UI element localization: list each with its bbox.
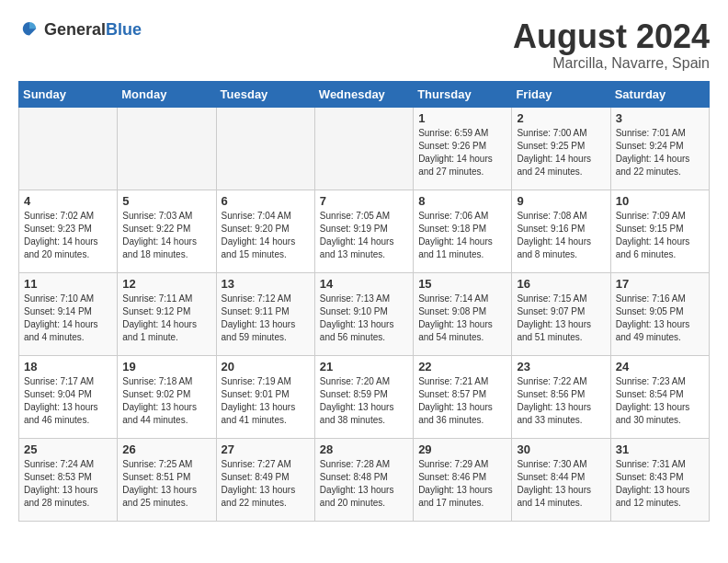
logo-text-blue: Blue	[106, 20, 142, 39]
day-info: Sunrise: 7:08 AM Sunset: 9:16 PM Dayligh…	[517, 210, 605, 261]
day-info: Sunrise: 7:31 AM Sunset: 8:43 PM Dayligh…	[616, 458, 704, 510]
calendar-cell: 6Sunrise: 7:04 AM Sunset: 9:20 PM Daylig…	[216, 190, 314, 272]
day-number: 4	[24, 194, 112, 208]
column-header-sunday: Sunday	[19, 81, 118, 107]
day-number: 3	[616, 111, 704, 125]
day-info: Sunrise: 7:18 AM Sunset: 9:02 PM Dayligh…	[122, 375, 210, 427]
day-info: Sunrise: 7:22 AM Sunset: 8:56 PM Dayligh…	[517, 375, 605, 427]
column-header-monday: Monday	[118, 81, 216, 107]
calendar-cell: 11Sunrise: 7:10 AM Sunset: 9:14 PM Dayli…	[19, 272, 118, 355]
calendar-week-row: 11Sunrise: 7:10 AM Sunset: 9:14 PM Dayli…	[19, 272, 710, 355]
day-number: 12	[122, 277, 210, 291]
day-number: 28	[320, 442, 408, 456]
column-header-tuesday: Tuesday	[216, 81, 314, 107]
calendar-cell: 24Sunrise: 7:23 AM Sunset: 8:54 PM Dayli…	[610, 355, 709, 438]
day-number: 25	[24, 442, 112, 456]
calendar-cell: 5Sunrise: 7:03 AM Sunset: 9:22 PM Daylig…	[118, 190, 216, 272]
day-info: Sunrise: 7:27 AM Sunset: 8:49 PM Dayligh…	[222, 458, 310, 510]
day-info: Sunrise: 7:09 AM Sunset: 9:15 PM Dayligh…	[616, 210, 704, 261]
calendar-cell: 8Sunrise: 7:06 AM Sunset: 9:18 PM Daylig…	[414, 190, 512, 272]
day-number: 22	[418, 360, 506, 373]
calendar-cell: 13Sunrise: 7:12 AM Sunset: 9:11 PM Dayli…	[216, 272, 314, 355]
day-info: Sunrise: 7:15 AM Sunset: 9:07 PM Dayligh…	[517, 293, 605, 344]
calendar-week-row: 18Sunrise: 7:17 AM Sunset: 9:04 PM Dayli…	[19, 355, 710, 438]
title-section: August 2024 Marcilla, Navarre, Spain	[513, 18, 710, 72]
calendar-table: SundayMondayTuesdayWednesdayThursdayFrid…	[18, 81, 710, 522]
logo: GeneralBlue	[18, 18, 142, 40]
day-number: 24	[616, 360, 704, 373]
day-number: 14	[320, 277, 408, 291]
logo-icon	[18, 18, 40, 40]
day-info: Sunrise: 7:01 AM Sunset: 9:24 PM Dayligh…	[616, 127, 704, 178]
day-info: Sunrise: 7:10 AM Sunset: 9:14 PM Dayligh…	[24, 293, 112, 344]
calendar-header-row: SundayMondayTuesdayWednesdayThursdayFrid…	[19, 81, 710, 107]
calendar-cell	[118, 107, 216, 190]
calendar-week-row: 4Sunrise: 7:02 AM Sunset: 9:23 PM Daylig…	[19, 190, 710, 272]
day-info: Sunrise: 7:17 AM Sunset: 9:04 PM Dayligh…	[24, 375, 112, 427]
day-number: 15	[418, 277, 506, 291]
day-info: Sunrise: 7:14 AM Sunset: 9:08 PM Dayligh…	[418, 293, 506, 344]
column-header-friday: Friday	[512, 81, 610, 107]
page-title: August 2024	[513, 18, 710, 55]
calendar-week-row: 25Sunrise: 7:24 AM Sunset: 8:53 PM Dayli…	[19, 438, 710, 521]
calendar-cell: 4Sunrise: 7:02 AM Sunset: 9:23 PM Daylig…	[19, 190, 118, 272]
day-number: 9	[517, 194, 605, 208]
day-number: 7	[320, 194, 408, 208]
day-info: Sunrise: 7:21 AM Sunset: 8:57 PM Dayligh…	[418, 375, 506, 427]
calendar-cell	[216, 107, 314, 190]
logo-text-general: General	[44, 20, 106, 39]
calendar-cell: 25Sunrise: 7:24 AM Sunset: 8:53 PM Dayli…	[19, 438, 118, 521]
column-header-saturday: Saturday	[610, 81, 709, 107]
day-info: Sunrise: 7:03 AM Sunset: 9:22 PM Dayligh…	[122, 210, 210, 261]
day-number: 21	[320, 360, 408, 373]
day-info: Sunrise: 7:06 AM Sunset: 9:18 PM Dayligh…	[418, 210, 506, 261]
calendar-cell: 22Sunrise: 7:21 AM Sunset: 8:57 PM Dayli…	[414, 355, 512, 438]
day-number: 19	[122, 360, 210, 373]
day-number: 6	[222, 194, 310, 208]
calendar-cell: 15Sunrise: 7:14 AM Sunset: 9:08 PM Dayli…	[414, 272, 512, 355]
calendar-cell: 20Sunrise: 7:19 AM Sunset: 9:01 PM Dayli…	[216, 355, 314, 438]
calendar-cell: 19Sunrise: 7:18 AM Sunset: 9:02 PM Dayli…	[118, 355, 216, 438]
calendar-cell: 28Sunrise: 7:28 AM Sunset: 8:48 PM Dayli…	[314, 438, 413, 521]
day-info: Sunrise: 7:11 AM Sunset: 9:12 PM Dayligh…	[122, 293, 210, 344]
day-number: 31	[616, 442, 704, 456]
calendar-cell: 14Sunrise: 7:13 AM Sunset: 9:10 PM Dayli…	[314, 272, 413, 355]
column-header-wednesday: Wednesday	[314, 81, 413, 107]
day-info: Sunrise: 7:16 AM Sunset: 9:05 PM Dayligh…	[616, 293, 704, 344]
calendar-cell: 17Sunrise: 7:16 AM Sunset: 9:05 PM Dayli…	[610, 272, 709, 355]
calendar-cell: 23Sunrise: 7:22 AM Sunset: 8:56 PM Dayli…	[512, 355, 610, 438]
calendar-cell: 26Sunrise: 7:25 AM Sunset: 8:51 PM Dayli…	[118, 438, 216, 521]
day-info: Sunrise: 7:28 AM Sunset: 8:48 PM Dayligh…	[320, 458, 408, 510]
day-info: Sunrise: 7:12 AM Sunset: 9:11 PM Dayligh…	[222, 293, 310, 344]
day-info: Sunrise: 7:20 AM Sunset: 8:59 PM Dayligh…	[320, 375, 408, 427]
day-number: 13	[222, 277, 310, 291]
page-subtitle: Marcilla, Navarre, Spain	[513, 55, 710, 72]
day-info: Sunrise: 7:23 AM Sunset: 8:54 PM Dayligh…	[616, 375, 704, 427]
day-info: Sunrise: 7:02 AM Sunset: 9:23 PM Dayligh…	[24, 210, 112, 261]
day-info: Sunrise: 7:19 AM Sunset: 9:01 PM Dayligh…	[222, 375, 310, 427]
day-number: 27	[222, 442, 310, 456]
calendar-cell	[19, 107, 118, 190]
day-number: 11	[24, 277, 112, 291]
day-number: 16	[517, 277, 605, 291]
day-number: 17	[616, 277, 704, 291]
day-number: 5	[122, 194, 210, 208]
calendar-cell: 27Sunrise: 7:27 AM Sunset: 8:49 PM Dayli…	[216, 438, 314, 521]
calendar-cell: 29Sunrise: 7:29 AM Sunset: 8:46 PM Dayli…	[414, 438, 512, 521]
day-number: 2	[517, 111, 605, 125]
calendar-cell: 9Sunrise: 7:08 AM Sunset: 9:16 PM Daylig…	[512, 190, 610, 272]
calendar-week-row: 1Sunrise: 6:59 AM Sunset: 9:26 PM Daylig…	[19, 107, 710, 190]
day-number: 29	[418, 442, 506, 456]
day-number: 10	[616, 194, 704, 208]
day-info: Sunrise: 7:25 AM Sunset: 8:51 PM Dayligh…	[122, 458, 210, 510]
day-number: 26	[122, 442, 210, 456]
calendar-cell: 30Sunrise: 7:30 AM Sunset: 8:44 PM Dayli…	[512, 438, 610, 521]
day-info: Sunrise: 7:04 AM Sunset: 9:20 PM Dayligh…	[222, 210, 310, 261]
calendar-cell: 31Sunrise: 7:31 AM Sunset: 8:43 PM Dayli…	[610, 438, 709, 521]
day-number: 1	[418, 111, 506, 125]
calendar-cell: 12Sunrise: 7:11 AM Sunset: 9:12 PM Dayli…	[118, 272, 216, 355]
day-number: 23	[517, 360, 605, 373]
calendar-cell: 21Sunrise: 7:20 AM Sunset: 8:59 PM Dayli…	[314, 355, 413, 438]
column-header-thursday: Thursday	[414, 81, 512, 107]
calendar-cell: 7Sunrise: 7:05 AM Sunset: 9:19 PM Daylig…	[314, 190, 413, 272]
